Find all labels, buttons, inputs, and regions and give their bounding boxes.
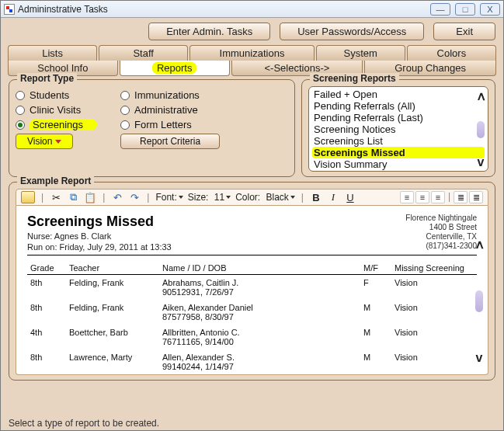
report-run: Run on: Friday, July 29, 2011 at 13:33 <box>27 242 172 252</box>
align-left-button[interactable]: ≡ <box>400 191 414 203</box>
bold-button[interactable]: B <box>310 191 322 203</box>
tab-colors[interactable]: Colors <box>407 45 496 61</box>
list-scrollbar[interactable]: ʌ v <box>475 89 486 169</box>
radio-immunizations-label: Immunizations <box>134 89 200 101</box>
screening-reports-list[interactable]: Failed + Open Pending Referrals (All) Pe… <box>308 86 488 172</box>
radio-form-letters[interactable]: Form Letters <box>120 119 220 130</box>
copy-icon[interactable]: ⧉ <box>67 191 79 203</box>
titlebar: Admininstrative Tasks — □ X <box>1 1 503 18</box>
screening-reports-group: Screening Reports Failed + Open Pending … <box>301 79 495 177</box>
tab-immunizations[interactable]: Immunizations <box>189 45 314 61</box>
list-item[interactable]: Pending Referrals (All) <box>312 100 485 112</box>
report-phone: (817)341-2300 <box>405 242 477 251</box>
report-addr2: Centerville, TX <box>405 232 477 242</box>
close-button[interactable]: X <box>480 3 500 16</box>
table-row: 8thLawrence, MartyAllen, Alexander S.991… <box>27 349 477 374</box>
open-icon[interactable] <box>21 191 35 203</box>
scroll-down-icon[interactable]: v <box>476 351 483 365</box>
color-dropdown[interactable]: Color: Black <box>235 192 295 203</box>
radio-administrative-label: Administrative <box>134 104 198 116</box>
example-report-group: Example Report | ✂ ⧉ 📋 | ↶ ↷ | Font: Siz… <box>9 182 495 381</box>
report-type-legend: Report Type <box>17 73 77 84</box>
list-item[interactable]: Pending Referrals (Last) <box>312 112 485 123</box>
paste-icon[interactable]: 📋 <box>84 191 96 203</box>
radio-screenings-label: Screenings <box>30 119 97 130</box>
scroll-thumb[interactable] <box>477 121 485 138</box>
vision-dropdown[interactable]: Vision <box>16 134 73 149</box>
chevron-down-icon <box>226 196 231 199</box>
report-toolbar: | ✂ ⧉ 📋 | ↶ ↷ | Font: Size: 11 Color: Bl… <box>16 189 488 206</box>
radio-immunizations[interactable]: Immunizations <box>120 89 220 101</box>
undo-icon[interactable]: ↶ <box>111 191 123 203</box>
maximize-button[interactable]: □ <box>455 3 475 16</box>
list-item[interactable]: Failed + Open <box>312 89 485 100</box>
enter-admin-tasks-button[interactable]: Enter Admin. Tasks <box>148 23 270 40</box>
report-addr1: 1400 B Street <box>405 223 477 232</box>
minimize-button[interactable]: — <box>430 3 450 16</box>
radio-students-label: Students <box>30 89 69 101</box>
screening-reports-legend: Screening Reports <box>310 73 399 84</box>
font-dropdown[interactable]: Font: <box>155 192 182 203</box>
tab-system[interactable]: System <box>316 45 405 61</box>
report-criteria-button[interactable]: Report Criteria <box>120 134 220 149</box>
italic-button[interactable]: I <box>327 191 339 203</box>
scroll-up-icon[interactable]: ʌ <box>478 89 485 103</box>
chevron-down-icon <box>55 140 61 144</box>
table-row: 8thFelding, FrankAiken, Alexander Daniel… <box>27 300 477 325</box>
status-bar: Select a type of report to be created. <box>4 418 500 429</box>
scroll-down-icon[interactable]: v <box>478 155 485 169</box>
tab-staff[interactable]: Staff <box>99 45 188 61</box>
report-nurse: Nurse: Agnes B. Clark <box>27 231 172 241</box>
list-item-selected[interactable]: Screenings Missed <box>312 147 485 158</box>
list-item[interactable]: Screening Notices <box>312 123 485 135</box>
radio-clinic-visits[interactable]: Clinic Visits <box>16 104 97 116</box>
align-center-button[interactable]: ≡ <box>415 191 429 203</box>
report-scrollbar[interactable]: ʌ v <box>474 237 485 365</box>
scroll-up-icon[interactable]: ʌ <box>476 237 483 252</box>
radio-clinic-visits-label: Clinic Visits <box>30 104 81 116</box>
col-teacher: Teacher <box>66 262 159 275</box>
tab-reports-label: Reports <box>152 62 197 74</box>
col-name: Name / ID / DOB <box>159 262 360 275</box>
table-row: 8thFelding, FrankAbrahams, Caitlin J.905… <box>27 275 477 301</box>
list-item[interactable]: Vision Summary <box>312 158 485 170</box>
size-dropdown[interactable]: Size: 11 <box>188 192 231 203</box>
col-missing: Missing Screening <box>391 262 477 275</box>
chevron-down-icon <box>179 196 183 199</box>
example-report-legend: Example Report <box>17 176 94 186</box>
report-title: Screenings Missed <box>27 214 172 230</box>
app-icon <box>4 4 15 15</box>
cut-icon[interactable]: ✂ <box>50 191 62 203</box>
report-type-group: Report Type Students Clinic Visits Scree… <box>9 79 295 177</box>
radio-administrative[interactable]: Administrative <box>120 104 220 116</box>
col-grade: Grade <box>27 262 66 275</box>
tab-lists[interactable]: Lists <box>8 45 97 61</box>
underline-button[interactable]: U <box>344 191 356 203</box>
chevron-down-icon <box>290 196 295 199</box>
table-row: 4thBoettcher, BarbAllbritten, Antonio C.… <box>27 325 477 349</box>
vision-dropdown-label: Vision <box>27 136 52 147</box>
scroll-thumb[interactable] <box>475 290 483 312</box>
radio-screenings[interactable]: Screenings <box>16 119 97 130</box>
col-mf: M/F <box>360 262 391 275</box>
align-right-button[interactable]: ≡ <box>431 191 445 203</box>
tab-reports[interactable]: Reports <box>120 61 230 76</box>
report-preview: Screenings Missed Nurse: Agnes B. Clark … <box>16 206 488 375</box>
report-table: Grade Teacher Name / ID / DOB M/F Missin… <box>27 262 477 374</box>
numbering-button[interactable]: ≣ <box>469 191 483 203</box>
window-title: Admininstrative Tasks <box>18 4 108 15</box>
bullets-button[interactable]: ≣ <box>454 191 468 203</box>
list-item[interactable]: Screenings List <box>312 135 485 147</box>
report-org: Florence Nightingale <box>405 214 477 223</box>
user-passwords-button[interactable]: User Passwords/Access <box>280 23 424 40</box>
redo-icon[interactable]: ↷ <box>128 191 141 203</box>
exit-button[interactable]: Exit <box>433 23 495 40</box>
radio-form-letters-label: Form Letters <box>134 119 192 130</box>
radio-students[interactable]: Students <box>16 89 97 101</box>
